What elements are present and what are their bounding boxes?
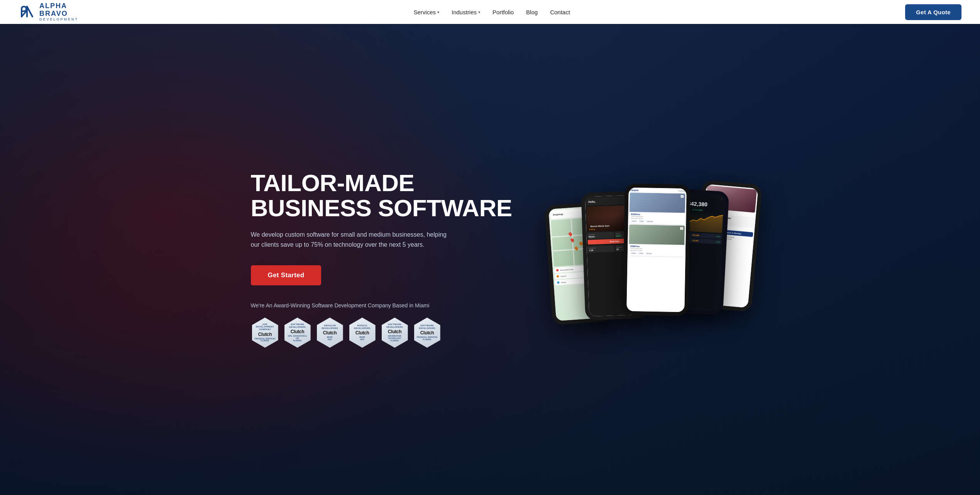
- get-quote-button[interactable]: Get A Quote: [905, 4, 961, 20]
- phones-container: Snapmap: [548, 173, 711, 346]
- chevron-down-icon: ▾: [478, 10, 480, 14]
- get-started-button[interactable]: Get Started: [251, 265, 322, 285]
- re-card-image-1: ♥: [629, 193, 685, 213]
- re-card-image-2: ♥: [629, 225, 685, 245]
- hero-content: TAILOR-MADE BUSINESS SOFTWARE We develop…: [220, 144, 760, 375]
- badge-shape-3: ANGULARDEVELOPERS Clutch MIAMI2022: [317, 317, 343, 348]
- re-header: Floane Featured: [630, 189, 685, 193]
- hero-title: TAILOR-MADE BUSINESS SOFTWARE: [251, 170, 514, 220]
- hero-subtitle: We develop custom software for small and…: [251, 230, 452, 250]
- award-text: We're An Award-Winning Software Developm…: [251, 302, 514, 309]
- logo[interactable]: ALPHA BRAVO DEVELOPMENT: [19, 2, 78, 21]
- badge-shape-5: SOFTWAREDEVELOPERS Clutch INFORMATIONTEC…: [382, 317, 408, 348]
- badge-shape-1: APPDEVELOPMENTCOMPANY Clutch FINANCIAL S…: [252, 317, 278, 348]
- re-card-1: ♥ $350/mo Luxury Apartment New York, Flo…: [629, 193, 685, 225]
- re-card-2: ♥ $280/mo Luxury Apartment New York, Flo…: [628, 225, 684, 257]
- badge-shape-6: SOFTWAREDEVELOPERS Clutch FINANCIAL SERV…: [414, 317, 440, 348]
- chevron-down-icon: ▾: [437, 10, 439, 14]
- badge-1: APPDEVELOPMENTCOMPANY Clutch FINANCIAL S…: [251, 316, 279, 349]
- badges-row: APPDEVELOPMENTCOMPANY Clutch FINANCIAL S…: [251, 316, 514, 349]
- hero-left-panel: TAILOR-MADE BUSINESS SOFTWARE We develop…: [251, 170, 514, 349]
- logo-text: ALPHA BRAVO DEVELOPMENT: [39, 2, 78, 21]
- badge-5: SOFTWAREDEVELOPERS Clutch INFORMATIONTEC…: [381, 316, 409, 349]
- badge-3: ANGULARDEVELOPERS Clutch MIAMI2022: [316, 316, 344, 349]
- hero-section: TAILOR-MADE BUSINESS SOFTWARE We develop…: [0, 24, 980, 495]
- logo-icon: [19, 3, 36, 20]
- nav-blog[interactable]: Blog: [526, 9, 538, 15]
- map-pin-4: [574, 246, 579, 251]
- nav-portfolio[interactable]: Portfolio: [493, 9, 514, 15]
- badge-6: SOFTWAREDEVELOPERS Clutch FINANCIAL SERV…: [413, 316, 442, 349]
- map-pin-3: [570, 238, 575, 243]
- nav-industries[interactable]: Industries ▾: [452, 9, 480, 15]
- nav-links: Services ▾ Industries ▾ Portfolio Blog C…: [413, 9, 570, 15]
- realestate-screen: Floane Featured ♥ $350/mo Luxury Apartme…: [626, 188, 687, 312]
- navbar: ALPHA BRAVO DEVELOPMENT Services ▾ Indus…: [0, 0, 980, 24]
- hero-right-panel: Snapmap: [530, 167, 729, 352]
- nav-services[interactable]: Services ▾: [413, 9, 439, 15]
- phone-realestate: Floane Featured ♥ $350/mo Luxury Apartme…: [623, 184, 691, 316]
- badge-2: SOFTWAREDEVELOPERS Clutch GPS, NAVIGATIO…: [283, 316, 312, 349]
- nav-contact[interactable]: Contact: [550, 9, 570, 15]
- badge-shape-4: NODEJSDEVELOPERS Clutch MIAMI2021: [349, 317, 376, 348]
- badge-4: NODEJSDEVELOPERS Clutch MIAMI2021: [348, 316, 377, 349]
- badge-shape-2: SOFTWAREDEVELOPERS Clutch GPS, NAVIGATIO…: [284, 317, 311, 348]
